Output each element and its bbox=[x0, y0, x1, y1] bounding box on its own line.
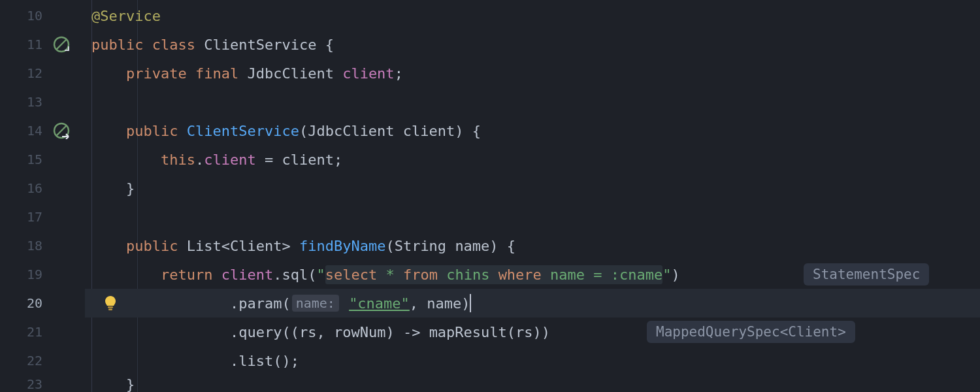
line-number: 14 bbox=[0, 116, 85, 145]
code-line[interactable]: public class ClientService { bbox=[85, 30, 980, 59]
code-line[interactable]: private final JdbcClient client; bbox=[85, 59, 980, 88]
code-line[interactable]: .query((rs, rowNum) -> mapResult(rs)) Ma… bbox=[85, 318, 980, 346]
code-line-current[interactable]: .param(name: "cname", name) bbox=[85, 289, 980, 318]
annotation: @Service bbox=[91, 8, 161, 24]
string-literal: "cname" bbox=[349, 295, 410, 312]
line-number: 18 bbox=[0, 231, 85, 260]
line-number: 22 bbox=[0, 346, 85, 375]
class-name: ClientService bbox=[204, 37, 316, 53]
constructor-name: ClientService bbox=[187, 123, 299, 139]
code-line[interactable]: return client.sql("select * from chins w… bbox=[85, 260, 980, 289]
method-name: findByName bbox=[299, 238, 385, 254]
line-number: 21 bbox=[0, 318, 85, 346]
no-inspection-icon[interactable] bbox=[52, 35, 71, 54]
code-line[interactable]: public ClientService(JdbcClient client) … bbox=[85, 116, 980, 145]
line-number: 19 bbox=[0, 260, 85, 289]
code-line[interactable]: this.client = client; bbox=[85, 145, 980, 174]
text-cursor bbox=[470, 294, 471, 312]
svg-line-1 bbox=[57, 40, 67, 50]
code-line[interactable]: public List<Client> findByName(String na… bbox=[85, 231, 980, 260]
code-area[interactable]: @Service public class ClientService { pr… bbox=[85, 0, 980, 392]
line-number: 23 bbox=[0, 375, 85, 392]
line-number: 12 bbox=[0, 59, 85, 88]
gutter: 10 11 12 13 14 15 16 bbox=[0, 0, 85, 392]
code-line[interactable]: } bbox=[85, 174, 980, 203]
line-number: 11 bbox=[0, 30, 85, 59]
line-number: 17 bbox=[0, 203, 85, 231]
line-number: 13 bbox=[0, 88, 85, 116]
code-editor[interactable]: 10 11 12 13 14 15 16 bbox=[0, 0, 980, 392]
code-line[interactable]: .list(); bbox=[85, 346, 980, 375]
line-number: 15 bbox=[0, 145, 85, 174]
sql-string: select * from chins where name = :cname bbox=[325, 265, 663, 284]
parameter-hint: name: bbox=[292, 295, 339, 312]
inlay-hint-return-type[interactable]: MappedQuerySpec<Client> bbox=[647, 321, 855, 343]
svg-rect-4 bbox=[108, 306, 113, 308]
code-line[interactable] bbox=[85, 88, 980, 116]
inlay-hint-return-type[interactable]: StatementSpec bbox=[804, 263, 929, 286]
svg-line-3 bbox=[57, 126, 67, 136]
code-line[interactable]: } bbox=[85, 375, 980, 392]
code-line[interactable]: @Service bbox=[85, 1, 980, 30]
no-inspection-arrow-icon[interactable] bbox=[52, 122, 71, 140]
svg-rect-5 bbox=[108, 309, 112, 311]
code-line[interactable] bbox=[85, 203, 980, 231]
line-number: 16 bbox=[0, 174, 85, 203]
line-number: 20 bbox=[0, 289, 85, 318]
line-number: 10 bbox=[0, 1, 85, 30]
